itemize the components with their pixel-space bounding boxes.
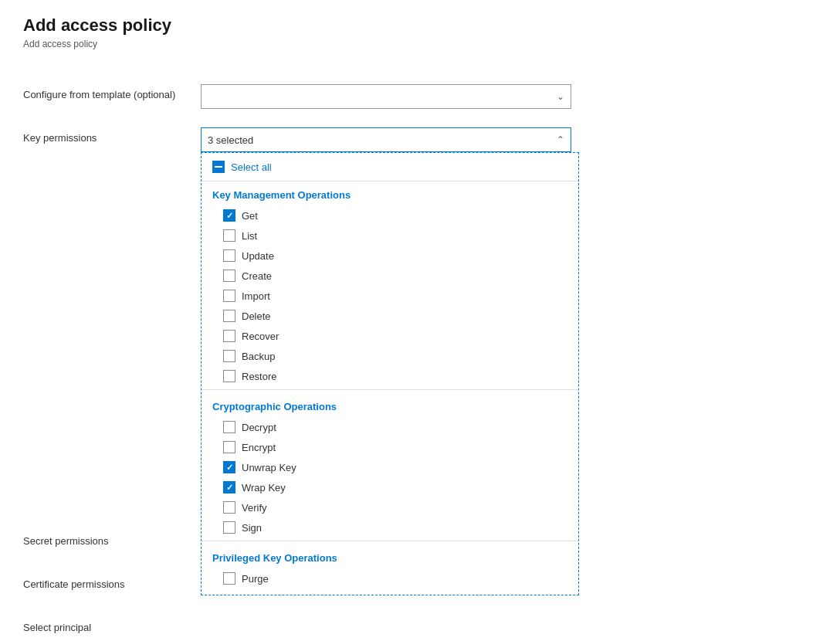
key-permissions-dropdown-trigger[interactable]: 3 selected ⌃ — [201, 127, 571, 152]
checkbox-decrypt[interactable] — [223, 421, 235, 433]
label-import: Import — [242, 290, 270, 302]
privileged-header: Privileged Key Operations — [202, 544, 578, 568]
label-backup: Backup — [242, 351, 275, 362]
page-title: Add access policy — [23, 15, 817, 36]
chevron-down-icon: ⌄ — [557, 91, 564, 102]
configure-label: Configure from template (optional) — [23, 84, 201, 100]
checkbox-verify[interactable] — [223, 501, 235, 514]
chevron-up-icon: ⌃ — [557, 134, 564, 145]
checkbox-recover[interactable] — [223, 330, 235, 342]
label-list: List — [242, 230, 257, 242]
checkbox-backup[interactable] — [223, 350, 235, 362]
label-create: Create — [242, 270, 272, 282]
checkbox-row-import: Import — [202, 286, 578, 306]
key-management-header: Key Management Operations — [202, 181, 578, 205]
key-permissions-panel: Select all Key Management Operations Get… — [201, 152, 579, 595]
breadcrumb: Add access policy — [23, 39, 817, 49]
secret-permissions-label: Secret permissions — [23, 531, 201, 547]
key-permissions-label: Key permissions — [23, 127, 201, 144]
key-permissions-value: 3 selected — [208, 134, 253, 146]
checkbox-row-purge: Purge — [202, 568, 578, 588]
label-delete: Delete — [242, 310, 271, 322]
label-recover: Recover — [242, 331, 279, 342]
label-get: Get — [242, 210, 258, 222]
checkbox-row-sign: Sign — [202, 517, 578, 538]
checkbox-row-verify: Verify — [202, 497, 578, 517]
label-purge: Purge — [242, 573, 269, 585]
label-wrap-key: Wrap Key — [242, 482, 286, 493]
select-all-label[interactable]: Select all — [231, 161, 272, 173]
label-decrypt: Decrypt — [242, 422, 276, 433]
checkbox-wrap-key[interactable] — [223, 481, 235, 493]
select-all-checkbox[interactable] — [212, 161, 225, 173]
configure-dropdown[interactable]: ⌄ — [201, 84, 571, 109]
checkbox-delete[interactable] — [223, 310, 235, 322]
checkbox-create[interactable] — [223, 270, 235, 282]
checkbox-row-backup: Backup — [202, 346, 578, 366]
checkbox-restore[interactable] — [223, 370, 235, 382]
checkbox-row-encrypt: Encrypt — [202, 437, 578, 457]
checkbox-row-unwrap-key: Unwrap Key — [202, 457, 578, 477]
label-verify: Verify — [242, 502, 267, 514]
checkbox-import[interactable] — [223, 290, 235, 302]
checkbox-row-create: Create — [202, 266, 578, 286]
checkbox-sign[interactable] — [223, 521, 235, 534]
label-unwrap-key: Unwrap Key — [242, 462, 296, 473]
label-sign: Sign — [242, 522, 262, 534]
certificate-permissions-label: Certificate permissions — [23, 574, 201, 590]
checkbox-get[interactable] — [223, 209, 235, 222]
checkbox-encrypt[interactable] — [223, 441, 235, 453]
label-update: Update — [242, 250, 274, 262]
label-encrypt: Encrypt — [242, 442, 276, 453]
label-restore: Restore — [242, 371, 277, 382]
checkbox-unwrap-key[interactable] — [223, 461, 235, 473]
checkbox-row-wrap-key: Wrap Key — [202, 477, 578, 497]
checkbox-list[interactable] — [223, 229, 235, 242]
checkbox-row-restore: Restore — [202, 366, 578, 386]
checkbox-purge[interactable] — [223, 572, 235, 585]
checkbox-row-get: Get — [202, 205, 578, 226]
checkbox-row-recover: Recover — [202, 326, 578, 346]
cryptographic-header: Cryptographic Operations — [202, 393, 578, 417]
checkbox-row-decrypt: Decrypt — [202, 417, 578, 437]
checkbox-row-list: List — [202, 226, 578, 246]
checkbox-row-delete: Delete — [202, 306, 578, 326]
select-principal-label: Select principal — [23, 617, 201, 633]
checkbox-update[interactable] — [223, 249, 235, 262]
checkbox-row-update: Update — [202, 246, 578, 266]
